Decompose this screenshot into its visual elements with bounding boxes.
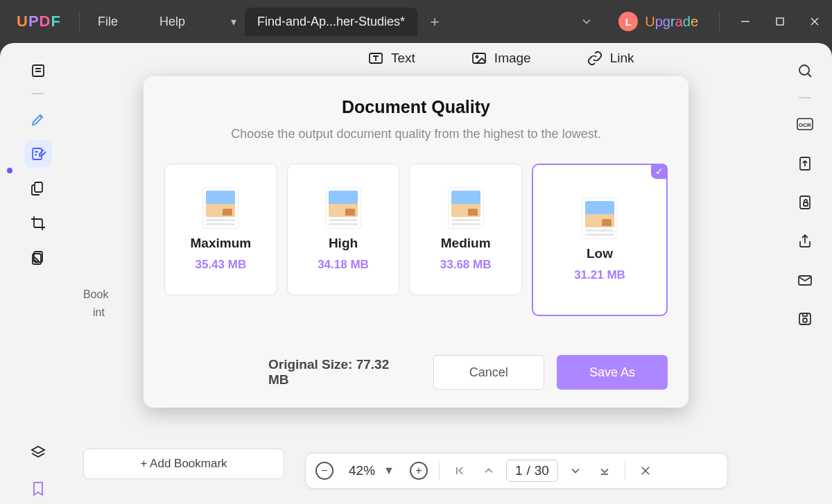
dialog-footer: Original Size: 77.32 MB Cancel Save As — [164, 355, 668, 390]
tabs-dropdown-icon[interactable] — [580, 15, 593, 28]
svg-rect-1 — [777, 18, 783, 25]
logo-letter: P — [28, 12, 40, 31]
new-tab-button[interactable]: ＋ — [427, 11, 442, 32]
divider — [79, 12, 80, 31]
check-icon: ✓ — [651, 164, 668, 179]
dialog-subtitle: Choose the output document quality from … — [164, 127, 668, 141]
upgrade-button[interactable]: L Upgrade — [618, 12, 698, 31]
document-tab[interactable]: Find-and-Ap...her-Studies* — [245, 8, 417, 36]
tab-area: ▾ Find-and-Ap...her-Studies* ＋ — [227, 8, 442, 36]
titlebar: U P D F File Help ▾ Find-and-Ap...her-St… — [0, 0, 832, 43]
original-size-label: Original Size: 77.32 MB — [268, 357, 408, 388]
option-name: High — [329, 236, 358, 251]
window-minimize-icon[interactable] — [728, 0, 763, 43]
logo-letter: U — [17, 12, 28, 31]
option-name: Medium — [441, 236, 491, 251]
upgrade-label: Upgrade — [645, 14, 698, 30]
avatar: L — [618, 12, 638, 31]
dialog-title: Document Quality — [164, 97, 668, 117]
document-thumb-icon — [325, 187, 361, 229]
menu-file[interactable]: File — [98, 15, 118, 29]
menu-help[interactable]: Help — [159, 15, 185, 29]
window-close-icon[interactable] — [797, 0, 832, 43]
option-name: Low — [587, 246, 613, 261]
logo-letter: F — [51, 12, 60, 31]
divider — [719, 12, 720, 31]
logo-letter: D — [40, 12, 51, 31]
tab-label: Find-and-Ap...her-Studies* — [257, 15, 405, 29]
quality-option-low[interactable]: ✓ Low 31.21 MB — [532, 164, 668, 316]
document-thumb-icon — [202, 187, 239, 229]
option-size: 33.68 MB — [440, 258, 492, 272]
quality-option-medium[interactable]: Medium 33.68 MB — [409, 164, 522, 295]
modal-overlay: Document Quality Choose the output docum… — [0, 43, 832, 504]
cancel-button[interactable]: Cancel — [433, 355, 544, 390]
tab-menu-icon[interactable]: ▾ — [227, 15, 241, 28]
quality-option-maximum[interactable]: Maximum 35.43 MB — [164, 164, 277, 295]
document-quality-dialog: Document Quality Choose the output docum… — [144, 76, 688, 408]
option-size: 34.18 MB — [318, 258, 369, 272]
window-maximize-icon[interactable] — [763, 0, 797, 43]
option-size: 31.21 MB — [574, 268, 625, 282]
option-name: Maximum — [191, 236, 252, 251]
option-size: 35.43 MB — [195, 258, 246, 272]
document-thumb-icon — [448, 187, 484, 229]
quality-options: Maximum 35.43 MB High 34.18 MB Medium 33… — [164, 164, 668, 316]
document-thumb-icon — [582, 198, 618, 239]
app-body: Book int + Add Bookmark Text Image Link — [0, 43, 832, 504]
save-as-button[interactable]: Save As — [557, 355, 668, 390]
quality-option-high[interactable]: High 34.18 MB — [287, 164, 400, 295]
app-logo: U P D F — [17, 12, 61, 31]
